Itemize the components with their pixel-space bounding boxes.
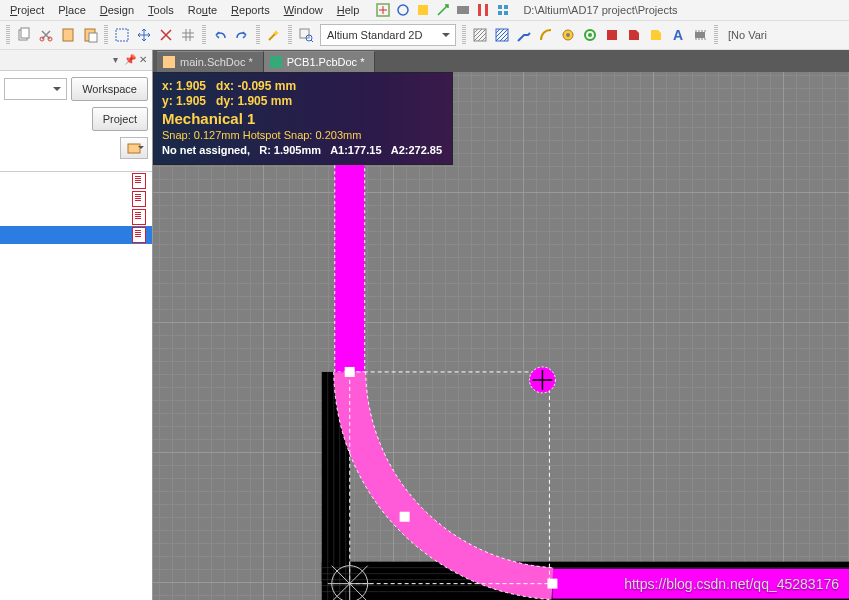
- workspace-select[interactable]: [4, 78, 67, 100]
- project-panel: ▾ 📌 ✕ Workspace Project: [0, 50, 153, 600]
- via2-icon[interactable]: [582, 27, 598, 43]
- move-icon[interactable]: [136, 27, 152, 43]
- grip-icon: [288, 25, 292, 45]
- arc-track[interactable]: [350, 372, 553, 584]
- svg-point-23: [566, 33, 570, 37]
- list-item[interactable]: [0, 190, 152, 208]
- menu-design[interactable]: Design: [94, 2, 140, 18]
- menu-icon-group: [375, 2, 511, 18]
- pin-icon[interactable]: 📌: [124, 55, 134, 65]
- panel-header: ▾ 📌 ✕: [0, 50, 152, 71]
- paste-icon[interactable]: [60, 27, 76, 43]
- handle[interactable]: [547, 579, 557, 589]
- svg-rect-2: [418, 5, 428, 15]
- grip-icon: [256, 25, 260, 45]
- document-tabs: main.SchDoc * PCB1.PcbDoc *: [153, 50, 849, 72]
- menu-bar: PProjectroject Place Design Tools Route …: [0, 0, 849, 21]
- hatch2-icon[interactable]: [494, 27, 510, 43]
- svg-rect-4: [478, 4, 481, 16]
- wand-icon[interactable]: [266, 27, 282, 43]
- grip-icon: [714, 25, 718, 45]
- tab-pcbdoc[interactable]: PCB1.PcbDoc *: [264, 51, 376, 72]
- svg-rect-8: [498, 11, 502, 15]
- svg-rect-5: [485, 4, 488, 16]
- file-path: D:\Altium\AD17 project\Projects: [523, 4, 677, 16]
- handle[interactable]: [400, 512, 410, 522]
- view-mode-select[interactable]: Altium Standard 2D: [320, 24, 456, 46]
- grip-icon: [6, 25, 10, 45]
- grip-icon: [202, 25, 206, 45]
- heads-up-display: x: 1.905 dx: -0.095 mm y: 1.905 dy: 1.90…: [153, 72, 453, 165]
- svg-rect-26: [607, 30, 617, 40]
- tool-icon[interactable]: [395, 2, 411, 18]
- svg-rect-29: [128, 144, 140, 153]
- tool-icon[interactable]: [455, 2, 471, 18]
- list-item[interactable]: [0, 226, 152, 244]
- dropdown-icon[interactable]: ▾: [110, 55, 120, 65]
- svg-rect-28: [695, 32, 705, 38]
- project-button[interactable]: Project: [92, 107, 148, 131]
- no-variation[interactable]: [No Vari: [728, 29, 767, 41]
- tab-schdoc[interactable]: main.SchDoc *: [157, 51, 264, 72]
- track-icon[interactable]: [516, 27, 532, 43]
- undo-icon[interactable]: [212, 27, 228, 43]
- svg-rect-14: [63, 29, 73, 41]
- via-icon[interactable]: [538, 27, 554, 43]
- file-list: [0, 171, 152, 600]
- folder-icon: [127, 141, 141, 155]
- svg-rect-11: [21, 28, 29, 38]
- tool-icon[interactable]: [435, 2, 451, 18]
- menu-route[interactable]: Route: [182, 2, 223, 18]
- grip-icon: [104, 25, 108, 45]
- tool-icon[interactable]: [495, 2, 511, 18]
- menu-project[interactable]: PProjectroject: [4, 2, 50, 18]
- tool-icon[interactable]: [415, 2, 431, 18]
- workspace-button[interactable]: Workspace: [71, 77, 148, 101]
- redo-icon[interactable]: [234, 27, 250, 43]
- schdoc-icon: [163, 56, 175, 68]
- pad-icon[interactable]: [560, 27, 576, 43]
- list-item[interactable]: [0, 172, 152, 190]
- svg-rect-16: [89, 33, 97, 42]
- menu-window[interactable]: Window: [278, 2, 329, 18]
- menu-place[interactable]: Place: [52, 2, 92, 18]
- svg-rect-17: [116, 29, 128, 41]
- menu-help[interactable]: Help: [331, 2, 366, 18]
- handle[interactable]: [345, 367, 355, 377]
- svg-rect-3: [457, 6, 469, 14]
- close-icon[interactable]: ✕: [138, 55, 148, 65]
- select-rect-icon[interactable]: [114, 27, 130, 43]
- svg-rect-6: [498, 5, 502, 9]
- zoom-select-icon[interactable]: [298, 27, 314, 43]
- svg-point-1: [398, 5, 408, 15]
- pcbdoc-icon: [270, 56, 282, 68]
- deselect-icon[interactable]: [158, 27, 174, 43]
- poly-icon[interactable]: [626, 27, 642, 43]
- menu-reports[interactable]: Reports: [225, 2, 276, 18]
- document-icon: [132, 191, 146, 207]
- document-icon: [132, 209, 146, 225]
- editor-area: main.SchDoc * PCB1.PcbDoc *: [153, 50, 849, 600]
- svg-rect-31: [270, 56, 282, 68]
- paste-icon[interactable]: [82, 27, 98, 43]
- svg-text:A: A: [673, 27, 683, 43]
- svg-rect-9: [504, 11, 508, 15]
- watermark: https://blog.csdn.net/qq_45283176: [624, 576, 839, 592]
- document-icon: [132, 227, 146, 243]
- pcb-canvas[interactable]: x: 1.905 dx: -0.095 mm y: 1.905 dy: 1.90…: [153, 72, 849, 600]
- svg-rect-18: [300, 29, 309, 38]
- compile-button[interactable]: [120, 137, 148, 159]
- cut-icon[interactable]: [38, 27, 54, 43]
- svg-rect-7: [504, 5, 508, 9]
- text-icon[interactable]: A: [670, 27, 686, 43]
- menu-tools[interactable]: Tools: [142, 2, 180, 18]
- grid-icon[interactable]: [180, 27, 196, 43]
- tool-icon[interactable]: [475, 2, 491, 18]
- tool-icon[interactable]: [375, 2, 391, 18]
- hatch-icon[interactable]: [472, 27, 488, 43]
- comp-icon[interactable]: [692, 27, 708, 43]
- fill-icon[interactable]: [604, 27, 620, 43]
- list-item[interactable]: [0, 208, 152, 226]
- poly2-icon[interactable]: [648, 27, 664, 43]
- copy-icon[interactable]: [16, 27, 32, 43]
